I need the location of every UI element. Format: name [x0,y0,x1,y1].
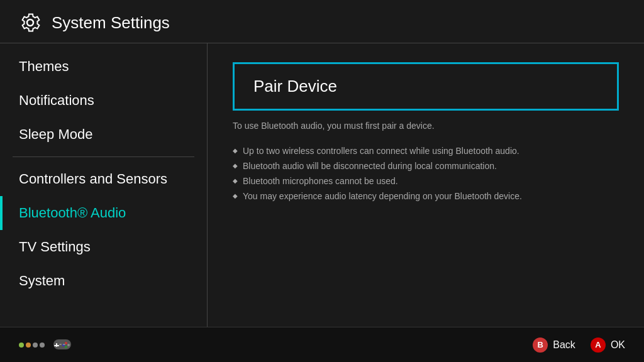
gear-icon [19,11,42,34]
status-dot-3 [40,343,45,348]
bullet-diamond-icon: ◆ [233,162,238,169]
sidebar-item-themes[interactable]: Themes [0,50,207,84]
sidebar-item-sleep-mode[interactable]: Sleep Mode [0,118,207,151]
status-dot-2 [33,343,38,348]
content-area: Pair Device To use Bluetooth audio, you … [208,43,644,327]
sidebar-item-system[interactable]: System [0,264,207,298]
intro-text: To use Bluetooth audio, you must first p… [233,121,619,131]
page-title: System Settings [52,13,170,33]
sidebar-divider [13,156,194,157]
sidebar-item-tv-settings[interactable]: TV Settings [0,230,207,264]
bullet-text: Up to two wireless controllers can conne… [243,146,519,156]
svg-point-4 [67,344,70,346]
sidebar-item-bluetooth[interactable]: Bluetooth® Audio [0,196,207,230]
footer: BBackAOK [0,327,644,362]
svg-rect-8 [63,344,65,345]
sidebar-item-controllers[interactable]: Controllers and Sensors [0,162,207,196]
bullet-item: ◆You may experience audio latency depend… [233,191,619,201]
bullet-item: ◆Bluetooth audio will be disconnected du… [233,161,619,171]
main-layout: ThemesNotificationsSleep ModeControllers… [0,43,644,327]
bullet-text: Bluetooth microphones cannot be used. [243,176,398,186]
footer-buttons: BBackAOK [533,337,625,353]
footer-btn-back-label: Back [553,339,575,351]
bullet-text: Bluetooth audio will be disconnected dur… [243,161,497,171]
btn-a-icon: A [591,337,606,353]
svg-point-5 [65,346,67,348]
bullet-diamond-icon: ◆ [233,177,238,184]
status-dots [19,343,45,348]
bullet-diamond-icon: ◆ [233,147,238,154]
bullet-text: You may experience audio latency dependi… [243,191,522,201]
controller-icon [51,332,74,358]
bullet-item: ◆Bluetooth microphones cannot be used. [233,176,619,186]
sidebar-item-notifications[interactable]: Notifications [0,84,207,118]
footer-btn-ok-label: OK [611,339,625,351]
header: System Settings [0,0,644,43]
svg-rect-2 [54,345,59,346]
footer-btn-ok[interactable]: AOK [591,337,625,353]
btn-b-icon: B [533,337,548,353]
svg-rect-7 [59,344,62,345]
bullet-list: ◆Up to two wireless controllers can conn… [233,146,619,201]
footer-btn-back[interactable]: BBack [533,337,575,353]
bullet-item: ◆Up to two wireless controllers can conn… [233,146,619,156]
status-dot-0 [19,343,24,348]
bullet-diamond-icon: ◆ [233,192,238,199]
footer-left [19,332,74,358]
pair-device-button[interactable]: Pair Device [233,62,619,111]
sidebar: ThemesNotificationsSleep ModeControllers… [0,43,208,327]
status-dot-1 [26,343,31,348]
